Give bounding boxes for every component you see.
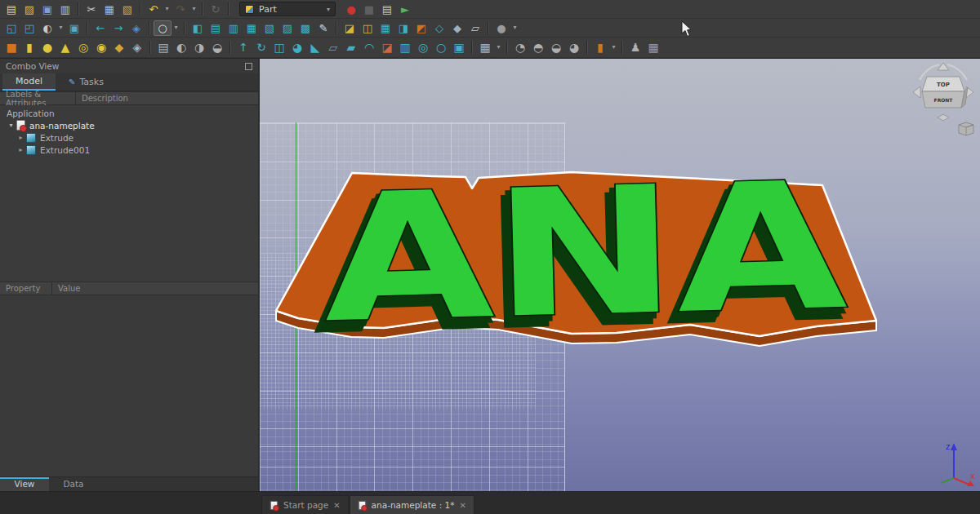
set-appearance-icon[interactable]: ◨ [394, 20, 412, 36]
view-right-icon[interactable]: ▦ [243, 20, 261, 36]
slice-apart-icon[interactable]: ◓ [529, 39, 547, 56]
loft-icon[interactable]: ▰ [342, 39, 360, 56]
cut-icon[interactable]: ✂ [82, 2, 100, 17]
column-labels-attributes[interactable]: Labels & Attributes [0, 92, 76, 104]
view-rear-icon[interactable]: ▧ [261, 20, 278, 36]
boolean-compound-icon[interactable]: ▤ [154, 39, 172, 56]
scene-lighting-icon[interactable]: ● [492, 20, 510, 36]
execute-macro-icon[interactable]: ► [396, 2, 414, 17]
cross-sections-icon[interactable]: ▥ [396, 39, 414, 56]
part-import-icon[interactable]: ◪ [341, 20, 359, 36]
fit-selection-icon[interactable]: ◰ [20, 20, 38, 36]
selection-view-icon[interactable]: ▣ [65, 20, 83, 36]
navigation-cube[interactable]: TOP FRONT [908, 60, 978, 139]
measure-distance-icon[interactable]: ✎ [314, 20, 332, 36]
tab-model[interactable]: Model [2, 73, 56, 91]
tab-data[interactable]: Data [49, 477, 98, 491]
clipping-plane-icon[interactable]: ◆ [448, 20, 466, 36]
boolean-intersection-icon[interactable]: ◒ [208, 39, 226, 56]
close-icon[interactable] [459, 501, 466, 510]
defeaturing-icon[interactable]: ♟ [626, 39, 644, 56]
navcube-mini-cube-icon[interactable] [938, 114, 949, 121]
offset-2d-icon[interactable]: ○ [432, 39, 450, 56]
paste-icon[interactable]: ▧ [118, 2, 136, 17]
nameplate-model[interactable]: ANA ANA ANA [276, 144, 876, 372]
column-description[interactable]: Description [76, 94, 128, 103]
new-document-icon[interactable]: ▤ [2, 2, 20, 17]
fillet-icon[interactable]: ◕ [288, 39, 306, 56]
section-icon[interactable]: ◪ [378, 39, 396, 56]
redo-history-icon[interactable]: ▾ [189, 2, 198, 17]
column-property[interactable]: Property [0, 282, 52, 295]
connect-objects-icon[interactable]: ▮ [591, 39, 609, 56]
tree-item-application[interactable]: Application [0, 107, 258, 119]
part-primitives-icon[interactable]: ◆ [110, 39, 128, 56]
tab-view[interactable]: View [0, 477, 49, 491]
close-icon[interactable] [333, 501, 340, 510]
lighting-options-icon[interactable]: ▾ [510, 20, 519, 36]
boolean-cut-icon[interactable]: ◑ [190, 39, 208, 56]
collapse-arrow-icon[interactable] [16, 134, 25, 141]
workbench-selector[interactable]: Part [239, 2, 336, 16]
part-sphere-icon[interactable]: ● [38, 39, 56, 56]
view-bottom-icon[interactable]: ▨ [278, 20, 296, 36]
compound-tools-icon[interactable]: ▦ [476, 39, 494, 56]
print-icon[interactable]: ▥ [56, 2, 74, 17]
view-left-icon[interactable]: ▩ [296, 20, 314, 36]
save-icon[interactable]: ▣ [38, 2, 56, 17]
connect-options-icon[interactable]: ▾ [609, 39, 618, 56]
copy-icon[interactable]: ▦ [100, 2, 118, 17]
part-export-icon[interactable]: ◫ [359, 20, 376, 36]
float-panel-button[interactable] [245, 63, 252, 70]
tab-tasks[interactable]: Tasks [56, 73, 117, 91]
model-letters[interactable]: ANA ANA ANA [313, 144, 849, 372]
tree-item-extrude001[interactable]: Extrude001 [0, 144, 258, 156]
redo-icon[interactable]: ↷ [172, 2, 189, 17]
part-cone-icon[interactable]: ▲ [56, 39, 74, 56]
navcube-arrow-left-icon[interactable] [913, 86, 920, 98]
tab-ana-nameplate[interactable]: ana-nameplate : 1* [350, 495, 474, 514]
tree-item-document[interactable]: ana-nameplate [0, 119, 258, 131]
view-front-icon[interactable]: ▤ [207, 20, 225, 36]
set-random-color-icon[interactable]: ◩ [412, 20, 430, 36]
offset-3d-icon[interactable]: ◎ [414, 39, 432, 56]
persistent-section-icon[interactable]: ▱ [466, 20, 484, 36]
letters-face[interactable]: ANA [321, 144, 849, 362]
open-document-icon[interactable]: ▨ [20, 2, 38, 17]
part-cylinder-icon[interactable]: ▮ [20, 39, 38, 56]
boolean-union-icon[interactable]: ◐ [172, 39, 190, 56]
navigate-back-icon[interactable]: ← [91, 20, 109, 36]
draw-style-icon[interactable]: ◐ [38, 20, 56, 36]
macros-dialog-icon[interactable]: ▤ [378, 2, 396, 17]
part-box-icon[interactable]: ■ [2, 39, 20, 56]
boolean-fragments-icon[interactable]: ◔ [511, 39, 529, 56]
undo-history-icon[interactable]: ▾ [163, 2, 172, 17]
compound-options-icon[interactable]: ▾ [494, 39, 503, 56]
toggle-transparency-icon[interactable]: ◇ [430, 20, 448, 36]
expand-arrow-icon[interactable] [7, 122, 16, 129]
refresh-icon[interactable]: ↻ [207, 2, 225, 17]
slice-icon[interactable]: ◒ [547, 39, 565, 56]
macro-record-icon[interactable]: ● [342, 2, 360, 17]
shape-builder-icon[interactable]: ◈ [128, 39, 146, 56]
column-value[interactable]: Value [52, 284, 80, 293]
zoom-box-icon[interactable]: ○ [154, 20, 172, 36]
extrude-icon[interactable]: ↑ [234, 39, 252, 56]
fit-all-icon[interactable]: ◱ [2, 20, 20, 36]
macro-stop-icon[interactable]: ■ [360, 2, 378, 17]
create-group-icon[interactable]: ▦ [376, 20, 394, 36]
tab-start-page[interactable]: Start page [261, 495, 349, 514]
3d-viewport[interactable]: ANA ANA ANA TOP FRONT [260, 59, 980, 491]
revolve-icon[interactable]: ↻ [252, 39, 270, 56]
mirror-icon[interactable]: ◫ [270, 39, 288, 56]
view-top-icon[interactable]: ▥ [225, 20, 243, 36]
thickness-icon[interactable]: ▣ [450, 39, 468, 56]
undo-icon[interactable]: ↶ [145, 2, 163, 17]
navigate-forward-icon[interactable]: → [109, 20, 127, 36]
navcube-arrow-up-icon[interactable] [938, 63, 949, 70]
go-to-linked-object-icon[interactable]: ◈ [127, 20, 145, 36]
part-tube-icon[interactable]: ◉ [92, 39, 110, 56]
draw-style-options-icon[interactable]: ▾ [56, 20, 65, 36]
part-torus-icon[interactable]: ◎ [74, 39, 92, 56]
view-isometric-icon[interactable]: ◧ [189, 20, 207, 36]
